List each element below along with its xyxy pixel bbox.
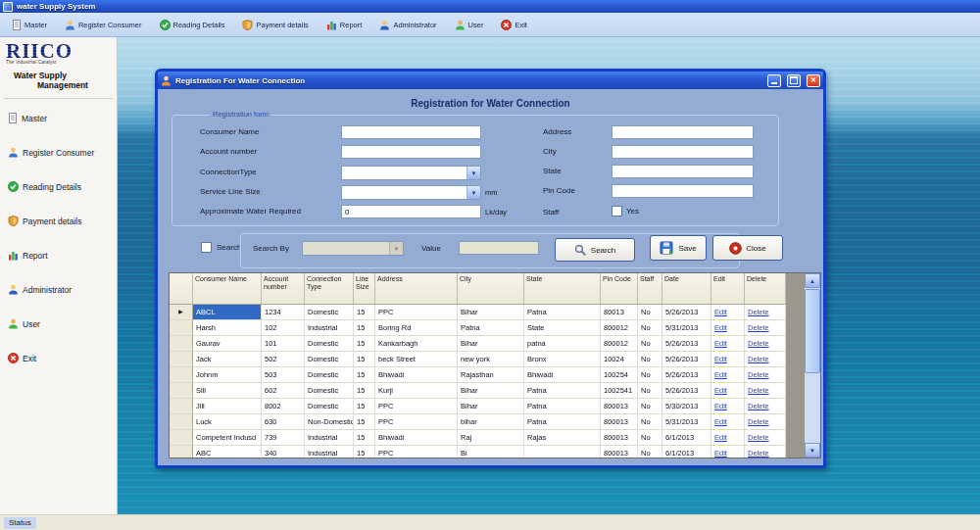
cell-connection-type[interactable]: Industrial: [305, 446, 354, 458]
state-input[interactable]: [612, 165, 754, 178]
delete-link[interactable]: Delete: [745, 414, 786, 430]
cell-date[interactable]: 5/31/2013: [662, 414, 711, 430]
edit-link[interactable]: Edit: [711, 446, 745, 458]
menu-item-administrator[interactable]: Administrator: [373, 18, 442, 32]
cell-pin-code[interactable]: 800013: [601, 399, 638, 414]
cell-address[interactable]: Bhiwadi: [375, 367, 458, 383]
maximize-button[interactable]: [787, 74, 801, 87]
cell-staff[interactable]: No: [638, 336, 662, 352]
cell-consumer-name[interactable]: Luck: [193, 414, 262, 430]
cell-date[interactable]: 6/1/2013: [662, 446, 711, 458]
cell-address[interactable]: Kankarbagh: [375, 336, 458, 352]
cell-line-size[interactable]: 15: [354, 336, 375, 352]
delete-link[interactable]: Delete: [745, 383, 786, 399]
cell-staff[interactable]: No: [638, 305, 662, 320]
cell-connection-type[interactable]: Domestic: [305, 399, 354, 414]
sidebar-item-reading-details[interactable]: Reading Details: [8, 181, 117, 192]
cell-connection-type[interactable]: Non-Domestic: [305, 414, 354, 430]
menu-item-payment-details[interactable]: Payment details: [236, 18, 314, 32]
cell-account-number[interactable]: 503: [262, 367, 305, 383]
column-header-date[interactable]: Date: [662, 273, 711, 305]
cell-city[interactable]: Raj: [458, 430, 524, 446]
cell-staff[interactable]: No: [638, 430, 662, 446]
delete-link[interactable]: Delete: [745, 352, 786, 367]
cell-city[interactable]: new york: [458, 352, 524, 367]
column-header-staff[interactable]: Staff: [638, 273, 662, 305]
sidebar-item-administrator[interactable]: Administrator: [8, 284, 117, 295]
cell-address[interactable]: PPC: [375, 305, 458, 320]
cell-state[interactable]: Patna: [524, 383, 601, 399]
row-selector[interactable]: [170, 367, 193, 383]
column-header-delete[interactable]: Delete: [745, 273, 786, 305]
column-header-state[interactable]: State: [524, 273, 601, 305]
row-selector[interactable]: [170, 336, 193, 352]
cell-consumer-name[interactable]: Jill: [193, 399, 262, 414]
cell-state[interactable]: State: [524, 320, 601, 336]
cell-account-number[interactable]: 102: [262, 320, 305, 336]
cell-account-number[interactable]: 1234: [262, 305, 305, 320]
cell-connection-type[interactable]: Industrial: [305, 430, 354, 446]
save-button[interactable]: Save: [650, 235, 707, 261]
search-value-input[interactable]: [459, 241, 539, 255]
edit-link[interactable]: Edit: [711, 367, 745, 383]
consumer-name-input[interactable]: [341, 125, 481, 139]
cell-city[interactable]: Bihar: [458, 336, 524, 352]
row-selector[interactable]: [170, 320, 193, 336]
delete-link[interactable]: Delete: [745, 430, 786, 446]
menu-item-master[interactable]: Master: [6, 18, 53, 32]
cell-account-number[interactable]: 101: [262, 336, 305, 352]
cell-consumer-name[interactable]: Competent Indusd: [193, 430, 262, 446]
delete-link[interactable]: Delete: [745, 320, 786, 336]
menu-item-report[interactable]: Report: [320, 18, 368, 32]
column-header-line-size[interactable]: Line Size: [354, 273, 375, 305]
search-by-select[interactable]: ▼: [302, 241, 404, 256]
cell-state[interactable]: patna: [524, 336, 601, 352]
cell-pin-code[interactable]: 800012: [601, 320, 638, 336]
edit-link[interactable]: Edit: [711, 320, 745, 336]
cell-connection-type[interactable]: Domestic: [305, 352, 354, 367]
cell-line-size[interactable]: 15: [354, 352, 375, 367]
cell-consumer-name[interactable]: Johnm: [193, 367, 262, 383]
cell-state[interactable]: Patna: [524, 305, 601, 320]
column-header-pin-code[interactable]: Pin Code: [601, 273, 638, 305]
edit-link[interactable]: Edit: [711, 305, 745, 320]
column-header-connection-type[interactable]: Connection Type: [305, 273, 354, 305]
cell-consumer-name[interactable]: Harsh: [193, 320, 262, 336]
grid-scrollbar[interactable]: ▲ ▼: [805, 273, 820, 458]
cell-date[interactable]: 5/26/2013: [662, 336, 711, 352]
edit-link[interactable]: Edit: [711, 383, 745, 399]
cell-pin-code[interactable]: 10024: [601, 352, 638, 367]
approximate-water-required-input[interactable]: 0: [341, 205, 481, 218]
cell-address[interactable]: PPC: [375, 446, 458, 458]
cell-account-number[interactable]: 502: [262, 352, 305, 367]
sidebar-item-exit[interactable]: Exit: [8, 353, 117, 363]
row-selector[interactable]: [170, 399, 193, 414]
cell-connection-type[interactable]: Industrial: [305, 320, 354, 336]
column-header-address[interactable]: Address: [375, 273, 458, 305]
sidebar-item-report[interactable]: Report: [8, 250, 117, 261]
cell-state[interactable]: Bronx: [524, 352, 601, 367]
cell-state[interactable]: Rajas: [524, 430, 601, 446]
cell-city[interactable]: Bihar: [458, 383, 524, 399]
cell-pin-code[interactable]: 800013: [601, 446, 638, 458]
scroll-down-icon[interactable]: ▼: [805, 443, 820, 458]
cell-pin-code[interactable]: 800013: [601, 414, 638, 430]
cell-state[interactable]: Bhiwadi: [524, 367, 601, 383]
cell-pin-code[interactable]: 1002541: [601, 383, 638, 399]
cell-address[interactable]: PPC: [375, 414, 458, 430]
sidebar-item-payment-details[interactable]: Payment details: [8, 216, 117, 226]
cell-pin-code[interactable]: 80013: [601, 305, 638, 320]
cell-line-size[interactable]: 15: [354, 367, 375, 383]
cell-city[interactable]: bihar: [458, 414, 524, 430]
column-header-edit[interactable]: Edit: [711, 273, 745, 305]
staff-checkbox[interactable]: [612, 206, 622, 217]
cell-address[interactable]: PPC: [375, 399, 458, 414]
cell-city[interactable]: Bihar: [458, 305, 524, 320]
cell-address[interactable]: Bhiwadi: [375, 430, 458, 446]
cell-consumer-name[interactable]: ABCL: [193, 305, 262, 320]
account-number-input[interactable]: [341, 145, 481, 159]
delete-link[interactable]: Delete: [745, 336, 786, 352]
cell-address[interactable]: Boring Rd: [375, 320, 458, 336]
row-selector[interactable]: [170, 383, 193, 399]
cell-city[interactable]: Rajasthan: [458, 367, 524, 383]
